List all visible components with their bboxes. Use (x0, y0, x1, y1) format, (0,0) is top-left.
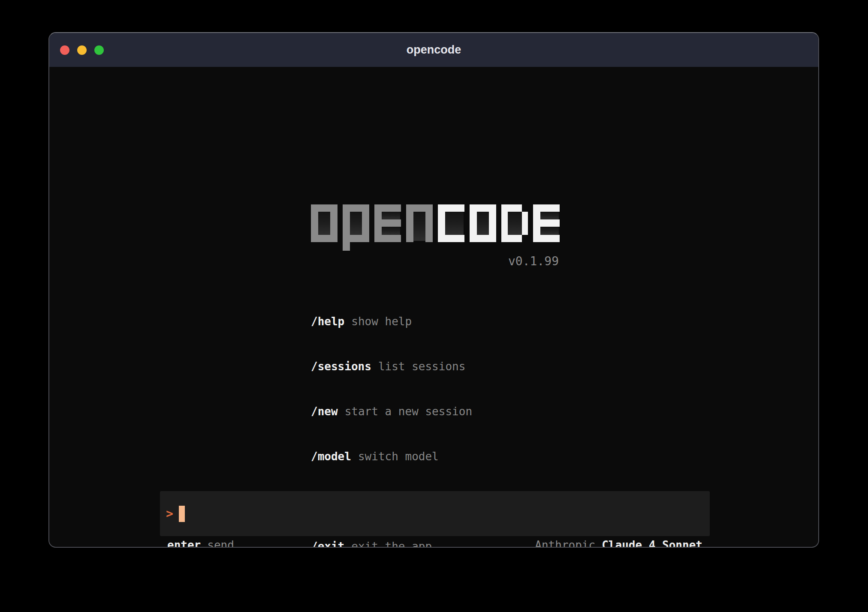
opencode-logo (311, 204, 560, 252)
window-title: opencode (407, 43, 461, 57)
command-row-help: /helpshow help (311, 314, 472, 329)
version-label: v0.1.99 (311, 254, 559, 268)
command-row-model: /modelswitch model (311, 449, 472, 464)
prompt-input[interactable]: > (160, 491, 710, 536)
send-hint: entersend (167, 538, 234, 548)
command-name: /help (311, 315, 344, 328)
close-button[interactable] (60, 45, 69, 55)
terminal-content: v0.1.99 /helpshow help /sessionslist ses… (49, 67, 818, 547)
text-cursor (179, 506, 185, 522)
opencode-window: opencode (48, 32, 819, 548)
model-indicator: AnthropicClaude 4 Sonnet (535, 538, 702, 548)
command-desc: switch model (358, 450, 439, 463)
prompt-chevron-icon: > (166, 507, 173, 521)
command-row-new: /newstart a new session (311, 404, 472, 419)
command-desc: list sessions (378, 360, 466, 373)
status-bar: entersend AnthropicClaude 4 Sonnet (160, 538, 710, 548)
model-label: Claude 4 Sonnet (602, 539, 702, 548)
window-titlebar: opencode (49, 33, 818, 67)
command-name: /model (311, 450, 351, 463)
traffic-lights (60, 33, 104, 67)
minimize-button[interactable] (77, 45, 87, 55)
command-row-sessions: /sessionslist sessions (311, 359, 472, 374)
command-desc: start a new session (345, 405, 472, 418)
enter-key-label: enter (167, 539, 201, 548)
command-name: /sessions (311, 360, 371, 373)
command-desc: show help (351, 315, 412, 328)
command-name: /new (311, 405, 338, 418)
zoom-button[interactable] (94, 45, 104, 55)
send-action-label: send (207, 539, 234, 548)
provider-label: Anthropic (535, 539, 595, 548)
